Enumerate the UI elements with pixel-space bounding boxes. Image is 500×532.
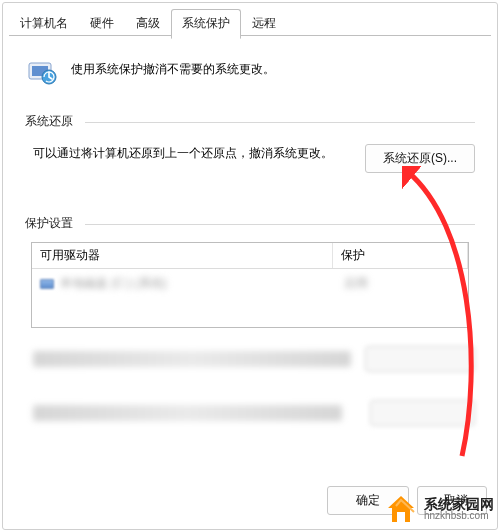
intro-row: 使用系统保护撤消不需要的系统更改。 [25,55,475,89]
system-properties-panel: 计算机名 硬件 高级 系统保护 远程 使用系统保护撤消不需要的系统更改。 系统还… [2,2,498,530]
tab-label: 远程 [252,16,276,30]
restore-row: 可以通过将计算机还原到上一个还原点，撤消系统更改。 系统还原(S)... [25,144,475,173]
section-title-label: 保护设置 [25,216,73,230]
blurred-text [33,405,342,421]
tab-label: 计算机名 [20,16,68,30]
tab-label: 系统保护 [182,16,230,30]
tab-underline [9,35,491,36]
divider-line [85,122,475,123]
drive-list[interactable]: 可用驱动器 保护 本地磁盘 (C:) (系统) 启用 [31,242,469,328]
configure-button-blurred[interactable] [365,346,475,372]
column-protection[interactable]: 保护 [333,243,468,268]
tab-system-protection[interactable]: 系统保护 [171,9,241,39]
protection-settings-section: 保护设置 可用驱动器 保护 本地磁盘 (C:) (系统) 启用 [25,215,475,426]
divider-line [85,224,475,225]
blurred-text [33,351,351,367]
restore-section: 系统还原 可以通过将计算机还原到上一个还原点，撤消系统更改。 系统还原(S)..… [25,113,475,173]
tab-label: 硬件 [90,16,114,30]
system-restore-button[interactable]: 系统还原(S)... [365,144,475,173]
button-label: 确定 [356,493,380,507]
protect-cell: 启用 [344,275,460,292]
intro-text: 使用系统保护撤消不需要的系统更改。 [71,55,275,78]
drive-cell: 本地磁盘 (C:) (系统) [60,275,338,292]
settings-section-title: 保护设置 [25,215,475,232]
ok-button[interactable]: 确定 [327,486,409,515]
column-label: 可用驱动器 [40,248,100,262]
column-drive[interactable]: 可用驱动器 [32,243,333,268]
button-label: 系统还原(S)... [383,151,457,165]
create-row [25,400,475,426]
button-label: 取消 [444,493,468,507]
tab-label: 高级 [136,16,160,30]
system-protection-icon [25,55,59,89]
drive-icon [40,279,54,289]
section-title-label: 系统还原 [25,114,73,128]
cancel-button[interactable]: 取消 [417,486,487,515]
create-button-blurred[interactable] [370,400,475,426]
list-body: 本地磁盘 (C:) (系统) 启用 [32,269,468,296]
table-row[interactable]: 本地磁盘 (C:) (系统) 启用 [40,275,460,292]
list-header: 可用驱动器 保护 [32,243,468,269]
dialog-buttons: 确定 取消 [327,486,487,515]
restore-section-title: 系统还原 [25,113,475,130]
tab-content: 使用系统保护撤消不需要的系统更改。 系统还原 可以通过将计算机还原到上一个还原点… [3,39,497,436]
configure-row [25,346,475,372]
column-label: 保护 [341,248,365,262]
restore-desc: 可以通过将计算机还原到上一个还原点，撤消系统更改。 [33,144,351,163]
